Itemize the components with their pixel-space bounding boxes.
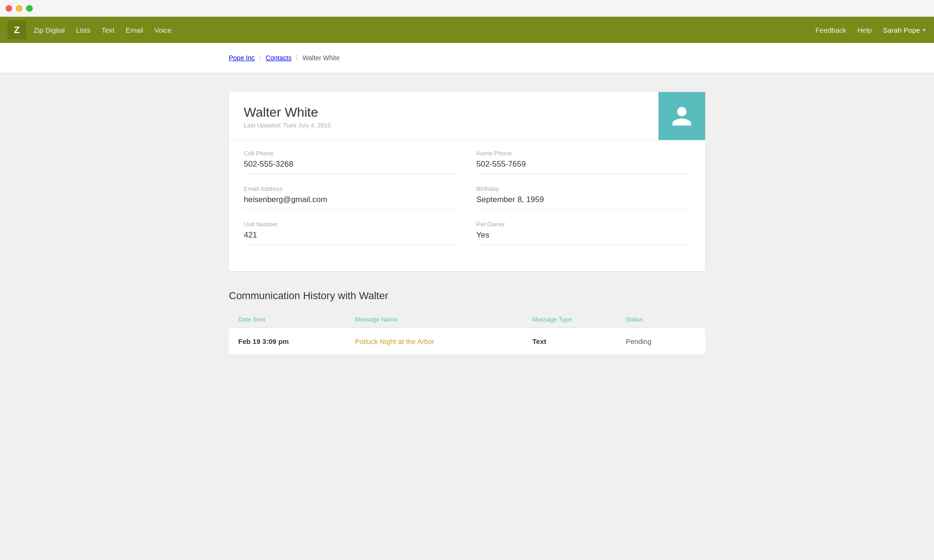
nav-voice[interactable]: Voice: [155, 26, 172, 34]
header-area: Pope Inc / Contacts / Walter White: [0, 43, 934, 73]
unit-group: Unit Number 421: [244, 221, 458, 245]
pet-group: Pet Owner Yes: [476, 221, 690, 245]
navbar: Z Zip Digital Lists Text Email Voice Fee…: [0, 17, 934, 43]
app-logo[interactable]: Z: [7, 21, 26, 39]
comm-history: Communication History with Walter Date S…: [229, 290, 705, 355]
contact-card: Walter White Last Updated: Tues July 4, …: [229, 92, 705, 271]
nav-email[interactable]: Email: [126, 26, 143, 34]
contact-avatar: [658, 92, 705, 140]
nav-links: Zip Digital Lists Text Email Voice: [34, 26, 815, 34]
pet-value: Yes: [476, 231, 690, 245]
titlebar: [0, 0, 934, 17]
cell-phone-group: Cell Phone 502-555-3268: [244, 150, 458, 174]
unit-value: 421: [244, 231, 458, 245]
fields-row-phones: Cell Phone 502-555-3268 Home Phone 502-5…: [244, 150, 690, 174]
close-button[interactable]: [6, 5, 12, 12]
nav-zip-digital[interactable]: Zip Digital: [34, 26, 65, 34]
table-header: Date Sent Message Name Message Type Stat…: [229, 311, 705, 328]
cell-phone-label: Cell Phone: [244, 150, 458, 157]
feedback-link[interactable]: Feedback: [815, 26, 846, 34]
home-phone-value: 502-555-7659: [476, 160, 690, 174]
user-menu[interactable]: Sarah Pope: [883, 26, 927, 34]
cell-phone-value: 502-555-3268: [244, 160, 458, 174]
home-phone-label: Home Phone: [476, 150, 690, 157]
navbar-right: Feedback Help Sarah Pope: [815, 26, 927, 34]
birthday-label: Birthday: [476, 185, 690, 192]
row-date: Feb 19 3:09 pm: [238, 337, 355, 345]
minimize-button[interactable]: [16, 5, 22, 12]
row-status: Pending: [626, 337, 696, 345]
fields-row-email-bday: Email Address heisenberg@gmail.com Birth…: [244, 185, 690, 210]
col-status: Status: [626, 316, 696, 323]
email-label: Email Address: [244, 185, 458, 192]
breadcrumb-sep-2: /: [296, 54, 298, 62]
contact-name: Walter White: [244, 105, 331, 120]
email-group: Email Address heisenberg@gmail.com: [244, 185, 458, 210]
contact-fields: Cell Phone 502-555-3268 Home Phone 502-5…: [229, 140, 705, 271]
contact-header: Walter White Last Updated: Tues July 4, …: [229, 92, 705, 140]
birthday-group: Birthday September 8, 1959: [476, 185, 690, 210]
pet-label: Pet Owner: [476, 221, 690, 228]
maximize-button[interactable]: [26, 5, 33, 12]
col-date-sent: Date Sent: [238, 316, 355, 323]
row-message-type: Text: [532, 337, 626, 345]
breadcrumb-sep-1: /: [259, 54, 261, 62]
breadcrumb: Pope Inc / Contacts / Walter White: [210, 54, 724, 62]
col-message-name: Message Name: [355, 316, 532, 323]
col-message-type: Message Type: [532, 316, 626, 323]
contact-name-block: Walter White Last Updated: Tues July 4, …: [244, 105, 331, 129]
breadcrumb-current: Walter White: [303, 54, 340, 62]
birthday-value: September 8, 1959: [476, 195, 690, 210]
fields-row-unit-pet: Unit Number 421 Pet Owner Yes: [244, 221, 690, 245]
email-value: heisenberg@gmail.com: [244, 195, 458, 210]
nav-lists[interactable]: Lists: [76, 26, 91, 34]
help-link[interactable]: Help: [857, 26, 872, 34]
home-phone-group: Home Phone 502-555-7659: [476, 150, 690, 174]
comm-history-title: Communication History with Walter: [229, 290, 705, 302]
nav-text[interactable]: Text: [102, 26, 115, 34]
contact-last-updated: Last Updated: Tues July 4, 2015: [244, 122, 331, 129]
breadcrumb-contacts[interactable]: Contacts: [266, 54, 291, 62]
row-message-name[interactable]: Potluck Night at the Arbor: [355, 337, 532, 345]
unit-label: Unit Number: [244, 221, 458, 228]
main-content: Walter White Last Updated: Tues July 4, …: [210, 92, 724, 355]
breadcrumb-pope-inc[interactable]: Pope Inc: [229, 54, 255, 62]
table-row: Feb 19 3:09 pm Potluck Night at the Arbo…: [229, 328, 705, 355]
